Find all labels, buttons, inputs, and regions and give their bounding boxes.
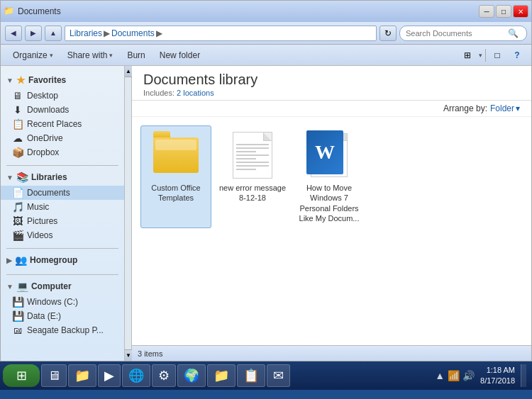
file-item-how-to-move[interactable]: W How to Move Windows 7 Personal Folders… xyxy=(294,125,365,228)
taskbar-item-earth[interactable]: 🌍 xyxy=(177,364,206,387)
sidebar-item-seagate[interactable]: 🖭 Seagate Backup P... xyxy=(1,323,124,337)
sidebar-scrollbar[interactable]: ▲ ▼ xyxy=(124,66,131,361)
forward-button[interactable]: ▶ xyxy=(25,26,42,41)
arrange-by-label: Arrange by: xyxy=(443,103,487,113)
taskbar: ⊞ 🖥 📁 ▶ 🌐 ⚙ 🌍 📁 📋 ✉ ▲ 📶 🔊 1:18 AM 8/17/2… xyxy=(0,361,532,390)
taskbar-earth-icon: 🌍 xyxy=(184,368,199,383)
maximize-button[interactable]: □ xyxy=(496,5,511,18)
taskbar-item-folder2[interactable]: 📁 xyxy=(207,364,235,387)
library-subtitle: Includes: 2 locations xyxy=(143,89,520,97)
burn-button[interactable]: Burn xyxy=(121,47,151,63)
start-button[interactable]: ⊞ xyxy=(3,364,40,387)
views-chevron: ▾ xyxy=(479,52,482,59)
favorites-arrow: ▼ xyxy=(6,77,13,84)
sidebar-item-dropbox[interactable]: 📦 Dropbox xyxy=(1,145,124,159)
documents-icon: 📄 xyxy=(12,187,23,198)
sidebar-item-downloads[interactable]: ⬇ Downloads xyxy=(1,103,124,117)
sidebar-item-documents[interactable]: 📄 Documents xyxy=(1,186,124,200)
tray-chevron-icon[interactable]: ▲ xyxy=(435,370,445,381)
recent-places-icon: 📋 xyxy=(12,118,23,130)
libraries-section: ▼ 📚 Libraries 📄 Documents 🎵 Music 🖼 xyxy=(1,169,124,242)
content-area: ▼ ★ Favorites 🖥 Desktop ⬇ Downloads 📋 xyxy=(1,66,531,361)
sidebar-item-pictures[interactable]: 🖼 Pictures xyxy=(1,214,124,228)
sidebar-item-windows-c[interactable]: 💾 Windows (C:) xyxy=(1,295,124,309)
file-item-custom-office-templates[interactable]: Custom Office Templates xyxy=(140,125,211,228)
organize-chevron: ▾ xyxy=(50,52,53,59)
help-button[interactable]: ? xyxy=(509,47,526,63)
arrange-link[interactable]: Folder ▾ xyxy=(490,103,520,113)
tray-network-icon[interactable]: 📶 xyxy=(448,370,460,381)
arrange-chevron: ▾ xyxy=(516,103,520,113)
sidebar-item-onedrive[interactable]: ☁ OneDrive xyxy=(1,131,124,145)
taskbar-chrome-icon: 🌐 xyxy=(128,368,144,383)
locations-link[interactable]: 2 locations xyxy=(177,89,214,97)
views-button[interactable]: ⊞ xyxy=(459,47,476,63)
pictures-icon: 🖼 xyxy=(12,215,23,227)
tray-volume-icon[interactable]: 🔊 xyxy=(462,370,475,381)
file-label-custom-office: Custom Office Templates xyxy=(142,183,210,203)
sidebar-item-music[interactable]: 🎵 Music xyxy=(1,200,124,214)
arrange-value: Folder xyxy=(490,103,514,113)
taskbar-item-desktop[interactable]: 🖥 xyxy=(41,364,67,387)
sidebar-item-videos[interactable]: 🎬 Videos xyxy=(1,228,124,242)
burn-label: Burn xyxy=(127,50,145,60)
windows-c-icon: 💾 xyxy=(12,296,23,308)
homegroup-header[interactable]: ▶ 👥 Homegroup xyxy=(1,252,124,269)
desktop-icon: 🖥 xyxy=(12,90,23,101)
search-input[interactable] xyxy=(406,29,505,38)
folder-shape xyxy=(153,137,199,173)
item-count: 3 items xyxy=(138,349,162,358)
sidebar-item-desktop[interactable]: 🖥 Desktop xyxy=(1,89,124,103)
address-bar: ◀ ▶ ▲ Libraries ▶ Documents ▶ ↻ 🔍 xyxy=(1,22,531,45)
back-button[interactable]: ◀ xyxy=(5,26,22,41)
favorites-star-icon: ★ xyxy=(16,74,26,86)
taskbar-item-outlook[interactable]: ✉ xyxy=(267,364,290,387)
doc-line-6 xyxy=(236,162,269,163)
status-bar: 3 items xyxy=(132,345,531,361)
title-bar: 📁 Documents ─ □ ✕ xyxy=(1,1,531,22)
show-desktop-button[interactable] xyxy=(521,364,526,387)
computer-label: Computer xyxy=(31,281,72,291)
taskbar-item-chrome[interactable]: 🌐 xyxy=(122,364,150,387)
search-icon[interactable]: 🔍 xyxy=(508,28,519,38)
folder-shine xyxy=(155,140,196,150)
share-with-button[interactable]: Share with ▾ xyxy=(61,47,120,63)
explorer-window: 📁 Documents ─ □ ✕ ◀ ▶ ▲ Libraries ▶ Docu… xyxy=(0,0,532,361)
sidebar-item-recent-places[interactable]: 📋 Recent Places xyxy=(1,117,124,131)
scroll-up-arrow[interactable]: ▲ xyxy=(125,66,132,77)
libraries-icon: 📚 xyxy=(16,172,28,183)
address-path[interactable]: Libraries ▶ Documents ▶ xyxy=(65,26,377,41)
new-folder-label: New folder xyxy=(160,50,200,60)
libraries-header[interactable]: ▼ 📚 Libraries xyxy=(1,169,124,186)
minimize-button[interactable]: ─ xyxy=(479,5,494,18)
taskbar-item-clipboard[interactable]: 📋 xyxy=(237,364,265,387)
organize-button[interactable]: Organize ▾ xyxy=(6,47,60,63)
clock-display[interactable]: 1:18 AM 8/17/2018 xyxy=(477,365,518,387)
close-button[interactable]: ✕ xyxy=(513,5,528,18)
new-folder-button[interactable]: New folder xyxy=(153,47,206,63)
taskbar-item-settings[interactable]: ⚙ xyxy=(152,364,176,387)
documents-path[interactable]: Documents xyxy=(111,28,155,38)
sidebar-item-data-e[interactable]: 💾 Data (E:) xyxy=(1,309,124,323)
share-with-label: Share with xyxy=(67,50,108,60)
refresh-button[interactable]: ↻ xyxy=(379,26,397,41)
taskbar-item-media[interactable]: ▶ xyxy=(98,364,121,387)
file-item-new-error-message[interactable]: new error message 8-12-18 xyxy=(217,125,288,228)
up-button[interactable]: ▲ xyxy=(45,26,62,41)
system-tray: ▲ 📶 🔊 1:18 AM 8/17/2018 xyxy=(432,364,529,387)
arrange-bar: Arrange by: Folder ▾ xyxy=(132,101,531,117)
preview-button[interactable]: □ xyxy=(489,47,506,63)
taskbar-settings-icon: ⚙ xyxy=(158,368,170,383)
windows-c-label: Windows (C:) xyxy=(27,297,78,307)
computer-header[interactable]: ▼ 💻 Computer xyxy=(1,278,124,295)
file-label-new-error: new error message 8-12-18 xyxy=(218,183,287,203)
libraries-path[interactable]: Libraries xyxy=(70,28,102,38)
clock-date: 8/17/2018 xyxy=(480,376,515,386)
document-shape xyxy=(233,132,272,179)
taskbar-item-explorer[interactable]: 📁 xyxy=(68,364,96,387)
title-bar-left: 📁 Documents xyxy=(4,6,477,17)
scroll-down-arrow[interactable]: ▼ xyxy=(125,349,132,361)
favorites-header[interactable]: ▼ ★ Favorites xyxy=(1,72,124,89)
search-box[interactable]: 🔍 xyxy=(399,26,527,41)
start-orb-icon: ⊞ xyxy=(16,368,27,383)
